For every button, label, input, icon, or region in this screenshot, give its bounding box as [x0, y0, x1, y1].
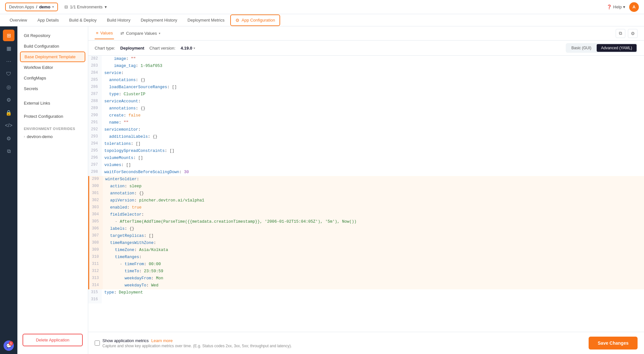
code-line-301: 301 annotation: {} — [88, 190, 644, 197]
globe-icon: ◎ — [6, 84, 11, 90]
metrics-checkbox-group: Show application metrics Learn more Capt… — [95, 338, 292, 348]
nav-secrets[interactable]: Secrets — [17, 83, 88, 94]
chart-type-row: Chart type: Deployment Chart version: 4.… — [88, 41, 644, 56]
sidebar-icon-grid[interactable]: ⋯ — [3, 55, 14, 67]
env-chevron-icon: ▾ — [105, 5, 107, 9]
tab-values[interactable]: ≡ Values — [95, 27, 114, 39]
code-line-288: 288 serviceAccount: — [88, 98, 644, 105]
chart-type-label: Chart type: — [95, 46, 115, 51]
code-line-289: 289 annotations: {} — [88, 105, 644, 112]
code-brackets-icon: </> — [5, 123, 12, 128]
save-changes-button[interactable]: Save Changes — [589, 337, 638, 349]
env-override-devtron-demo[interactable]: › devtron-demo — [17, 132, 88, 141]
tab-compare-values[interactable]: ⇄ Compare Values ▾ — [119, 28, 162, 39]
values-label: Values — [100, 31, 113, 35]
sidebar-icon-code[interactable]: </> — [3, 120, 14, 131]
values-header: ≡ Values ⇄ Compare Values ▾ ⧉ ⚙ — [88, 26, 644, 41]
tab-overview[interactable]: Overview — [5, 15, 32, 25]
code-line-314: 314 weekdayTo: Wed — [88, 282, 644, 289]
show-metrics-checkbox[interactable] — [95, 340, 100, 346]
sidebar-icon-apps[interactable]: ⊞ — [3, 30, 14, 41]
settings-view-button[interactable]: ⚙ — [628, 29, 638, 38]
code-line-304: 304 fieldSelector: — [88, 211, 644, 219]
code-line-293: 293 additionalLabels: {} — [88, 134, 644, 141]
nav-external-links[interactable]: External Links — [17, 98, 88, 108]
sidebar-icon-config[interactable]: ⚙ — [3, 133, 14, 144]
code-line-315: 315 type: Deployment — [88, 289, 644, 296]
nav-base-deployment-template[interactable]: Base Deployment Template — [20, 51, 85, 62]
topbar: Devtron Apps / demo ▾ ⊟ 1/1 Environments… — [0, 0, 644, 14]
code-line-290: 290 create: false — [88, 112, 644, 119]
chart-version-select[interactable]: 4.19.0 ▾ — [181, 46, 195, 51]
tab-app-details[interactable]: App Details — [33, 15, 63, 25]
code-editor[interactable]: 282 image: "" 283 image_tag: 1-95af053 2… — [88, 56, 644, 332]
settings-gear-icon: ⚙ — [6, 97, 11, 103]
sidebar-icon-security[interactable]: 🛡 — [3, 68, 14, 80]
sidebar-icon-chart[interactable]: ▦ — [3, 42, 14, 54]
split-view-button[interactable]: ⧉ — [616, 29, 625, 38]
help-button[interactable]: ❓ Help ▾ — [607, 5, 625, 9]
code-line-312: 312 timeTo: 23:59:59 — [88, 268, 644, 275]
compare-chevron-icon: ▾ — [159, 32, 160, 35]
app-breadcrumb[interactable]: Devtron Apps / demo ▾ — [5, 3, 58, 11]
chart-type-value: Deployment — [120, 46, 144, 51]
left-nav: Git Repository Build Configuration Base … — [17, 26, 88, 354]
main-content: ≡ Values ⇄ Compare Values ▾ ⧉ ⚙ Chart ty… — [88, 26, 644, 354]
tab-deployment-history[interactable]: Deployment History — [136, 15, 182, 25]
help-circle-icon: ❓ — [607, 5, 612, 9]
env-override-label: devtron-demo — [27, 134, 52, 139]
lock-shield-icon: 🔒 — [5, 110, 12, 116]
learn-more-link[interactable]: Learn more — [151, 338, 173, 343]
nav-git-repository[interactable]: Git Repository — [17, 30, 88, 41]
toggle-basic-gui[interactable]: Basic (GUI) — [567, 44, 596, 52]
toggle-advanced-yaml[interactable]: Advanced (YAML) — [597, 44, 637, 52]
tab-deployment-metrics[interactable]: Deployment Metrics — [183, 15, 229, 25]
help-chevron-icon: ▾ — [623, 5, 625, 9]
metrics-sub-text: Capture and show key application metrics… — [102, 344, 292, 348]
sidebar-icon-settings[interactable]: ⚙ — [3, 94, 14, 106]
nav-configmaps[interactable]: ConfigMaps — [17, 73, 88, 83]
view-icons: ⧉ ⚙ — [616, 29, 638, 38]
show-metrics-label: Show application metrics — [102, 338, 149, 343]
main-layout: ⊞ ▦ ⋯ 🛡 ◎ ⚙ 🔒 </> ⚙ ⧉ 💬 — [0, 26, 644, 354]
code-line-316: 316 — [88, 296, 644, 303]
code-line-307: 307 targetReplicas: [] — [88, 233, 644, 240]
tab-build-history[interactable]: Build History — [102, 15, 135, 25]
code-line-311: 311 - timeFrom: 00:00 — [88, 261, 644, 268]
code-line-295: 295 topologySpreadConstraints: [] — [88, 148, 644, 155]
nav-build-configuration[interactable]: Build Configuration — [17, 41, 88, 51]
gear-icon: ⚙ — [235, 18, 240, 23]
code-line-286: 286 loadBalancerSourceRanges: [] — [88, 84, 644, 91]
code-line-305: 305 - AfterTime(AddTime(ParseTime({{meta… — [88, 219, 644, 226]
code-line-308: 308 timeRangesWithZone: — [88, 240, 644, 247]
breadcrumb-chevron-icon: ▾ — [52, 5, 54, 9]
compare-icon: ⇄ — [120, 31, 124, 36]
delete-application-button[interactable]: Delete Application — [23, 334, 83, 346]
code-line-294: 294 tolerations: [] — [88, 141, 644, 148]
env-overrides-section-label: ENVIRONMENT OVERRIDES — [17, 124, 88, 132]
code-line-310: 310 timeRanges: — [88, 254, 644, 261]
sidebar-icon-globe[interactable]: ◎ — [3, 81, 14, 93]
env-selector[interactable]: ⊟ 1/1 Environments ▾ — [64, 5, 107, 9]
code-line-285: 285 annotations: {} — [88, 77, 644, 84]
version-chevron-icon: ▾ — [194, 46, 195, 50]
code-line-292: 292 servicemonitor: — [88, 126, 644, 134]
code-line-282: 282 image: "" — [88, 56, 644, 63]
sidebar-icon-shield[interactable]: 🔒 — [3, 107, 14, 118]
tab-app-configuration[interactable]: ⚙ App Configuration — [230, 14, 280, 26]
notification-badge: 1 — [9, 341, 13, 346]
yaml-content: 282 image: "" 283 image_tag: 1-95af053 2… — [88, 56, 644, 303]
avatar[interactable]: A — [629, 2, 639, 12]
nav-protect-configuration[interactable]: Protect Configuration — [17, 111, 88, 122]
compare-label: Compare Values — [126, 31, 157, 36]
tab-build-deploy[interactable]: Build & Deploy — [65, 15, 101, 25]
code-line-291: 291 name: "" — [88, 119, 644, 126]
nav-workflow-editor[interactable]: Workflow Editor — [17, 62, 88, 73]
sidebar-icon-discord[interactable]: 💬 1 — [4, 340, 14, 351]
chart-bar-icon: ▦ — [6, 45, 11, 51]
sidebar-icon-layers[interactable]: ⧉ — [3, 145, 14, 157]
app-name-label: Devtron Apps — [9, 5, 34, 9]
help-label: Help — [613, 5, 622, 9]
code-line-297: 297 volumes: [] — [88, 162, 644, 169]
view-toggle: Basic (GUI) Advanced (YAML) — [566, 43, 638, 53]
